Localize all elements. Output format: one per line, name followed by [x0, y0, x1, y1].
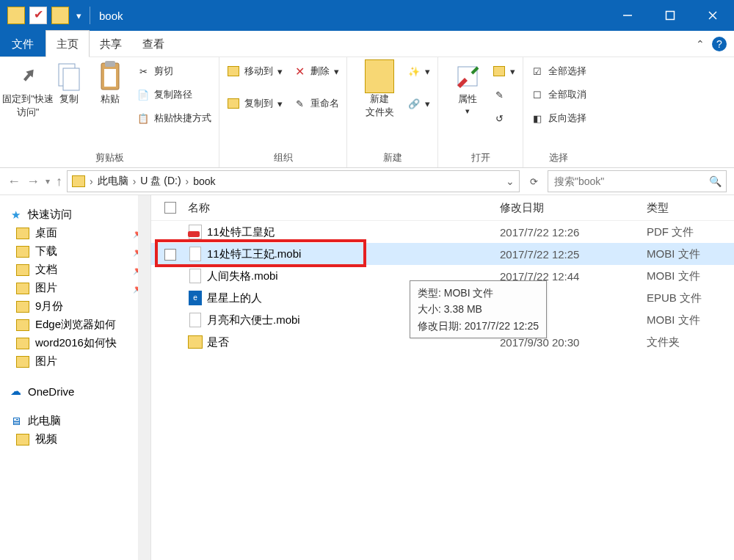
copy-to-icon — [227, 97, 240, 110]
title-bar: ✔ ▾ book — [0, 0, 734, 31]
tab-home[interactable]: 主页 — [46, 30, 90, 57]
history-button[interactable]: ↺ — [493, 110, 515, 126]
file-row[interactable]: 11处特工皇妃 2017/7/22 12:26 PDF 文件 — [151, 221, 734, 243]
qat-dropdown-icon[interactable]: ▾ — [73, 10, 84, 21]
delete-button[interactable]: ✕ 删除 ▾ — [293, 63, 339, 79]
crumb-drive[interactable]: U 盘 (D:) — [140, 175, 181, 188]
sidebar-item-label: 下载 — [35, 244, 57, 258]
maximize-button[interactable] — [649, 0, 691, 31]
new-folder-button[interactable]: 新建 文件夹 — [355, 62, 404, 119]
crumb-thispc[interactable]: 此电脑 — [98, 175, 128, 188]
nav-back-button[interactable]: ← — [7, 174, 21, 189]
file-name: 11处特工王妃.mobi — [207, 247, 500, 261]
select-all-checkbox[interactable] — [164, 202, 176, 214]
delete-label: 删除 — [310, 65, 330, 78]
open-button[interactable]: ▾ — [493, 63, 515, 79]
search-box[interactable]: 🔍 — [548, 170, 727, 192]
sidebar-item[interactable]: Edge浏览器如何 — [0, 316, 150, 334]
nav-forward-button[interactable]: → — [26, 174, 40, 189]
sidebar-item-pictures[interactable]: 图片 📌 — [0, 279, 150, 297]
collapse-ribbon-icon[interactable]: ⌃ — [696, 38, 705, 50]
paste-button[interactable]: 粘贴 — [90, 62, 131, 106]
copy-to-label: 复制到 — [244, 97, 273, 110]
copy-to-button[interactable]: 复制到 ▾ — [227, 95, 283, 112]
group-label-organize: 组织 — [227, 148, 339, 167]
address-bar[interactable]: › 此电脑 › U 盘 (D:) › book ⌄ — [67, 170, 520, 192]
sidebar-item-label: 9月份 — [35, 299, 63, 313]
sidebar-this-pc[interactable]: 🖥 此电脑 — [0, 412, 150, 430]
chevron-down-icon: ▾ — [277, 98, 283, 109]
crumb-folder[interactable]: book — [193, 175, 215, 187]
select-none-button[interactable]: ☐ 全部取消 — [531, 87, 586, 103]
rename-button[interactable]: ✎ 重命名 — [293, 95, 339, 112]
easy-access-button[interactable]: 🔗▾ — [407, 95, 430, 112]
properties-icon — [453, 62, 482, 91]
new-folder-icon — [365, 62, 394, 91]
epub-icon: e — [188, 291, 203, 305]
pin-label: 固定到"快速访问" — [1, 92, 54, 119]
computer-icon: 🖥 — [9, 415, 22, 428]
tab-share[interactable]: 共享 — [90, 31, 132, 57]
copy-path-button[interactable]: 📄 复制路径 — [137, 87, 211, 103]
cut-button[interactable]: ✂ 剪切 — [137, 63, 211, 79]
scrollbar[interactable] — [138, 195, 150, 560]
paste-shortcut-button[interactable]: 📋 粘贴快捷方式 — [137, 110, 211, 126]
edit-button[interactable]: ✎ — [493, 87, 515, 103]
help-icon[interactable]: ? — [712, 37, 727, 51]
chevron-right-icon[interactable]: › — [90, 175, 93, 187]
open-icon — [493, 65, 506, 78]
select-all-icon: ☑ — [531, 65, 544, 78]
tab-file[interactable]: 文件 — [0, 31, 46, 57]
properties-icon[interactable]: ✔ — [29, 7, 47, 24]
sidebar-quick-access[interactable]: ★ 快速访问 — [0, 206, 150, 224]
column-date[interactable]: 修改日期 — [500, 201, 647, 215]
copy-button[interactable]: 复制 — [48, 62, 90, 106]
ribbon-group-new: 新建 文件夹 ✨▾ 🔗▾ 新建 — [347, 57, 438, 167]
sidebar-item-label: 此电脑 — [28, 414, 61, 428]
column-name[interactable]: 名称 — [188, 201, 500, 215]
sidebar-item[interactable]: 9月份 — [0, 297, 150, 316]
file-name: 11处特工皇妃 — [207, 225, 500, 239]
copy-icon — [54, 62, 84, 91]
minimize-button[interactable] — [606, 0, 649, 31]
folder-icon — [72, 175, 85, 187]
folder-icon[interactable] — [7, 7, 25, 24]
properties-label: 属性 — [458, 92, 477, 106]
folder-icon — [16, 355, 29, 368]
invert-selection-icon: ◧ — [531, 112, 544, 125]
group-label-select: 选择 — [531, 148, 586, 167]
properties-button[interactable]: 属性 ▾ — [446, 62, 490, 117]
sidebar-item-downloads[interactable]: 下载 📌 — [0, 242, 150, 261]
refresh-button[interactable]: ⟳ — [524, 176, 543, 187]
file-row[interactable]: 11处特工王妃.mobi 2017/7/22 12:25 MOBI 文件 — [151, 243, 734, 265]
maximize-icon — [665, 10, 675, 21]
copy-label: 复制 — [59, 92, 79, 106]
close-button[interactable] — [691, 0, 734, 31]
select-all-button[interactable]: ☑ 全部选择 — [531, 63, 586, 79]
sidebar-item-desktop[interactable]: 桌面 📌 — [0, 224, 150, 242]
invert-selection-button[interactable]: ◧ 反向选择 — [531, 110, 586, 126]
pin-to-quick-access-button[interactable]: 固定到"快速访问" — [7, 62, 48, 119]
tab-view[interactable]: 查看 — [132, 31, 175, 57]
search-input[interactable] — [553, 175, 709, 188]
folder-icon — [16, 337, 29, 350]
row-checkbox[interactable] — [164, 249, 176, 261]
history-icon: ↺ — [493, 112, 506, 125]
new-item-button[interactable]: ✨▾ — [407, 63, 430, 79]
nav-history-dropdown[interactable]: ▾ — [46, 176, 50, 186]
folder-icon[interactable] — [51, 7, 69, 24]
sidebar-item-videos[interactable]: 视频 — [0, 430, 150, 448]
chevron-right-icon[interactable]: › — [133, 175, 137, 187]
search-icon[interactable]: 🔍 — [709, 175, 722, 187]
nav-up-button[interactable]: ↑ — [56, 174, 62, 189]
chevron-down-icon[interactable]: ⌄ — [506, 175, 515, 187]
ribbon-group-clipboard: 固定到"快速访问" 复制 粘贴 ✂ 剪切 📄 — [0, 57, 219, 167]
column-type[interactable]: 类型 — [647, 201, 734, 215]
sidebar-item[interactable]: word2016如何快 — [0, 334, 150, 352]
group-label-new: 新建 — [355, 148, 430, 167]
sidebar-item[interactable]: 图片 — [0, 352, 150, 371]
chevron-right-icon[interactable]: › — [186, 175, 189, 187]
sidebar-item-documents[interactable]: 文档 📌 — [0, 261, 150, 279]
move-to-button[interactable]: 移动到 ▾ — [227, 63, 283, 79]
sidebar-onedrive[interactable]: ☁ OneDrive — [0, 382, 150, 400]
